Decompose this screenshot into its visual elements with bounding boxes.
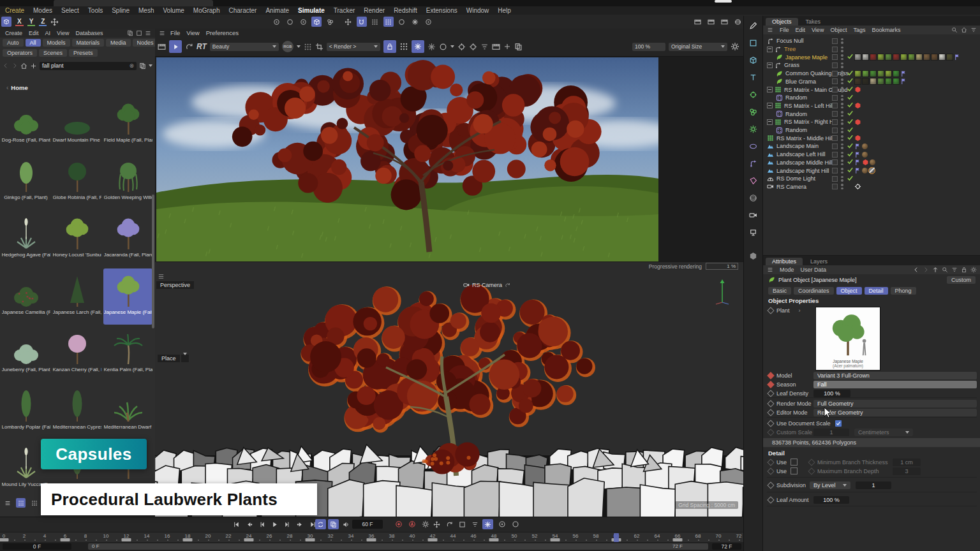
material-swatch[interactable] — [946, 54, 953, 61]
axis-lock-x[interactable]: X — [15, 18, 24, 26]
edit-toggle[interactable] — [832, 159, 838, 165]
visibility-dots[interactable] — [841, 62, 843, 68]
model-mode-icon[interactable] — [311, 17, 322, 27]
plant-item[interactable]: Lombardy Poplar (Fall... — [1, 383, 50, 439]
keyframe-marker[interactable] — [0, 538, 9, 541]
visibility-dots[interactable] — [841, 152, 843, 158]
objects-menu-bookmarks[interactable]: Bookmarks — [872, 27, 900, 33]
object-row[interactable]: Landscape Main — [763, 142, 980, 151]
range-track[interactable]: 0 F72 F — [88, 543, 708, 550]
objects-menu-edit[interactable]: Edit — [796, 27, 806, 33]
autokey-button[interactable] — [406, 519, 417, 529]
visibility-dots[interactable] — [841, 176, 843, 182]
visibility-dots[interactable] — [841, 47, 843, 52]
previous-key-button[interactable] — [244, 519, 255, 529]
search-input[interactable]: fall plant⊗ — [40, 62, 137, 70]
crop-icon[interactable] — [315, 43, 323, 51]
solo-object-button[interactable] — [510, 519, 521, 529]
material-swatch[interactable] — [877, 54, 884, 61]
material-swatch[interactable] — [870, 54, 877, 61]
plant-item[interactable]: Japanese Camellia (Fal... — [1, 268, 50, 325]
rgb-channel-button[interactable]: RGB — [282, 41, 293, 52]
axis-lock-z[interactable]: Z — [39, 18, 47, 26]
min-branch-thickness-field[interactable]: 1 cm — [893, 459, 921, 466]
polygon-object-icon[interactable] — [746, 173, 761, 187]
search-options-caret[interactable] — [149, 64, 152, 67]
material-swatch[interactable] — [877, 70, 884, 77]
menu-item-tracker[interactable]: Tracker — [334, 7, 355, 14]
visibility-dots[interactable] — [841, 78, 843, 84]
plant-preview[interactable]: Japanese Maple(Acer palmatum) — [815, 307, 880, 371]
material-swatch[interactable] — [900, 54, 907, 61]
rig-tool-icon[interactable] — [343, 17, 353, 27]
expander-icon[interactable] — [767, 103, 773, 108]
attr-menu-user-data[interactable]: User Data — [801, 267, 827, 273]
place-tool-label[interactable]: Place — [158, 355, 189, 362]
material-swatch[interactable] — [923, 54, 930, 61]
annotation-flag-icon[interactable] — [854, 151, 861, 158]
undo-button[interactable] — [1, 17, 11, 27]
visibility-dots[interactable] — [841, 71, 843, 77]
rv-menu-preferences[interactable]: Preferences — [206, 29, 239, 36]
redshift-tag-icon[interactable] — [854, 86, 861, 93]
object-row[interactable]: RS Matrix - Left Hill — [763, 102, 980, 110]
plant-item[interactable]: Field Maple (Fall, Plant) — [103, 96, 152, 152]
visibility-dots[interactable] — [841, 95, 843, 101]
persp-menu-icon[interactable] — [158, 273, 165, 280]
annotation-flag-icon[interactable] — [854, 143, 861, 150]
timeline-ruler[interactable]: 0246810121416182022242628303234363840424… — [0, 532, 743, 543]
edit-toggle[interactable] — [832, 143, 838, 149]
rgb-caret[interactable] — [297, 45, 301, 48]
material-swatch[interactable] — [862, 54, 869, 61]
home-icon[interactable] — [20, 62, 27, 70]
attr-lock-icon[interactable] — [961, 267, 967, 273]
material-swatch[interactable] — [870, 78, 877, 85]
objects-search-icon[interactable] — [951, 27, 958, 33]
enabled-check[interactable] — [847, 118, 854, 126]
keyframe-marker[interactable] — [183, 538, 193, 541]
grid-toggle-icon[interactable] — [399, 42, 408, 51]
object-row[interactable]: Tree — [763, 45, 980, 54]
material-swatch[interactable] — [862, 70, 869, 77]
plant-item[interactable]: Dwarf Mountain Pine (... — [52, 96, 101, 152]
plant-item[interactable]: Ginkgo (Fall, Plant) — [1, 154, 50, 210]
mograph-icon[interactable] — [410, 17, 420, 27]
texture-tag[interactable] — [862, 152, 868, 158]
enabled-check[interactable] — [847, 142, 854, 151]
visibility-dots[interactable] — [841, 168, 843, 173]
place-options[interactable] — [181, 355, 189, 362]
material-swatch[interactable] — [916, 54, 923, 61]
enabled-check[interactable] — [847, 85, 854, 94]
objects-menu-object[interactable]: Object — [830, 27, 847, 33]
viewport-hamburger-icon[interactable] — [159, 30, 165, 36]
rv-menu-view[interactable]: View — [186, 29, 199, 36]
menu-item-redshift[interactable]: Redshift — [394, 7, 417, 14]
edit-toggle[interactable] — [832, 47, 838, 52]
use-document-scale-checkbox[interactable] — [835, 420, 842, 427]
tab-all[interactable]: All — [26, 39, 41, 47]
texture-tag-selected[interactable] — [868, 167, 875, 174]
ir-region-icon[interactable] — [732, 17, 743, 27]
visibility-dots[interactable] — [841, 103, 843, 108]
keyframe-marker[interactable] — [551, 538, 560, 541]
menu-item-spline[interactable]: Spline — [112, 7, 130, 14]
object-row[interactable]: RS Dome Light — [763, 175, 980, 183]
material-swatch[interactable] — [908, 54, 915, 61]
freeze-button[interactable] — [412, 40, 424, 53]
object-row[interactable]: Random — [763, 126, 980, 135]
breadcrumb-chevron[interactable]: ‹ — [6, 84, 8, 91]
asset-menu-create[interactable]: Create — [5, 30, 22, 36]
attr-gear-icon[interactable] — [970, 267, 977, 273]
material-swatch[interactable] — [854, 78, 861, 85]
attr-tab-basic[interactable]: Basic — [768, 287, 791, 295]
send-pv-icon[interactable] — [514, 43, 523, 51]
menu-item-modes[interactable]: Modes — [33, 7, 52, 14]
annotation-flag-icon[interactable] — [900, 70, 907, 77]
asset-hamburger-icon[interactable] — [145, 30, 151, 36]
plant-item[interactable]: Kentia Palm (Fall, Plant) — [103, 326, 152, 382]
tab-nodes[interactable]: Nodes — [133, 39, 158, 47]
plant-item[interactable]: Japanese Larch (Fall, Pl... — [52, 268, 101, 325]
loop-toggle[interactable] — [315, 519, 326, 529]
tab-takes[interactable]: Takes — [799, 18, 828, 26]
record-keyframe-button[interactable] — [393, 519, 404, 529]
